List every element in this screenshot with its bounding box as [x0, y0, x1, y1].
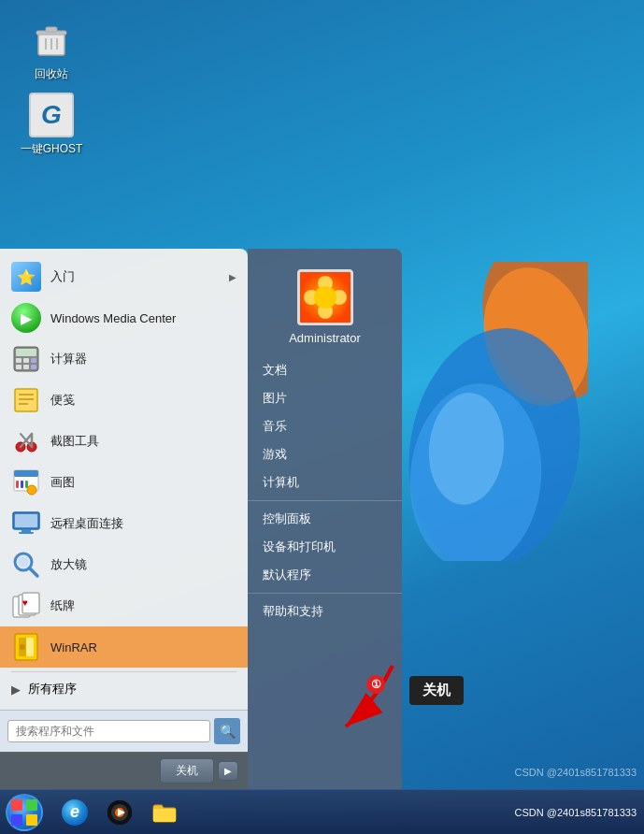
taskbar-item-ie[interactable]: e [52, 794, 97, 831]
solitaire-icon: ♥ [11, 591, 41, 621]
user-name: Administrator [289, 331, 361, 345]
svg-rect-57 [26, 799, 37, 811]
search-button[interactable]: 🔍 [214, 718, 240, 744]
start-item-winrar[interactable]: WinRAR [0, 626, 248, 668]
calculator-icon [11, 344, 41, 374]
svg-rect-14 [23, 358, 29, 363]
snipping-tool-icon [11, 426, 41, 456]
badge-number: ① [371, 678, 381, 691]
svg-point-54 [314, 286, 336, 309]
snipping-label: 截图工具 [50, 433, 236, 450]
svg-rect-35 [15, 514, 37, 527]
watermark-text: CSDN @2401s851781333 [515, 767, 637, 778]
shutdown-arrow-icon: ▶ [224, 766, 232, 776]
start-right-item-default-programs[interactable]: 默认程序 [248, 561, 402, 589]
right-divider-1 [248, 500, 402, 501]
magnifier-label: 放大镜 [50, 556, 236, 573]
winrar-icon [11, 632, 41, 662]
ghost-icon: G [29, 93, 74, 137]
wmc-label: Windows Media Center [50, 311, 236, 325]
start-menu-divider-1 [11, 671, 236, 672]
start-orb [6, 794, 43, 831]
search-input[interactable] [7, 720, 210, 742]
svg-rect-15 [31, 358, 36, 363]
right-divider-2 [248, 593, 402, 594]
ie-icon: e [62, 799, 88, 826]
start-right-item-devices[interactable]: 设备和打印机 [248, 533, 402, 561]
winrar-label: WinRAR [50, 640, 236, 654]
folder-icon [151, 799, 178, 826]
shutdown-label: 关机 [176, 763, 198, 779]
start-item-wmc[interactable]: ▶ Windows Media Center [0, 297, 248, 338]
start-search-bar: 🔍 [0, 710, 248, 752]
paint-icon [11, 467, 41, 497]
system-tray: CSDN @2401s851781333 [508, 807, 644, 818]
recycle-bin-label: 回收站 [35, 66, 68, 82]
svg-text:♥: ♥ [22, 597, 28, 608]
win7-decoration [382, 262, 588, 561]
wmc-icon: ▶ [11, 303, 41, 333]
calculator-label: 计算器 [50, 351, 236, 367]
svg-rect-16 [16, 365, 21, 369]
paint-label: 画图 [50, 474, 236, 491]
user-avatar[interactable] [297, 269, 353, 325]
start-item-notepad[interactable]: 便笺 [0, 380, 248, 421]
svg-line-40 [30, 568, 37, 576]
getting-started-label: 入门 [50, 268, 229, 285]
start-item-magnifier[interactable]: 放大镜 [0, 544, 248, 585]
svg-rect-31 [16, 481, 19, 488]
notepad-label: 便笺 [50, 392, 236, 409]
shutdown-button[interactable]: 关机 [160, 758, 214, 784]
svg-point-48 [20, 644, 25, 650]
start-item-all-programs[interactable]: ▶ 所有程序 [0, 676, 248, 702]
start-item-solitaire[interactable]: ♥ 纸牌 [0, 585, 248, 626]
start-right-item-control-panel[interactable]: 控制面板 [248, 505, 402, 533]
svg-point-39 [18, 556, 29, 568]
shutdown-popup-text: 关机 [422, 682, 451, 697]
start-right-item-pictures[interactable]: 图片 [248, 384, 402, 412]
start-item-snipping[interactable]: 截图工具 [0, 421, 248, 462]
svg-rect-12 [16, 349, 36, 356]
all-programs-label: 所有程序 [28, 681, 77, 697]
shutdown-popup-label: 关机 [409, 676, 464, 705]
start-item-paint[interactable]: 画图 [0, 462, 248, 503]
ghost-label: 一键GHOST [21, 141, 83, 157]
start-right-item-documents[interactable]: 文档 [248, 356, 402, 384]
shutdown-bar: 关机 ▶ [0, 752, 248, 789]
svg-rect-7 [46, 27, 57, 32]
svg-rect-17 [23, 365, 29, 369]
recycle-bin-icon [29, 18, 74, 63]
desktop: 回收站 G 一键GHOST ⭐ 入门 ▶ [0, 0, 644, 834]
desktop-icon-recycle-bin[interactable]: 回收站 [14, 14, 89, 86]
watermark: CSDN @2401s851781333 [515, 767, 637, 778]
taskbar-item-folder[interactable] [142, 794, 187, 831]
svg-rect-56 [11, 799, 22, 811]
svg-point-30 [27, 485, 36, 495]
all-programs-arrow: ▶ [11, 683, 21, 697]
start-right-item-computer[interactable]: 计算机 [248, 468, 402, 496]
start-item-rdp[interactable]: 远程桌面连接 [0, 503, 248, 544]
start-right-item-help[interactable]: 帮助和支持 [248, 597, 402, 626]
start-item-getting-started[interactable]: ⭐ 入门 ▶ [0, 256, 248, 297]
svg-rect-36 [21, 529, 31, 532]
taskbar-item-mediaplayer[interactable] [97, 794, 142, 831]
start-right-item-games[interactable]: 游戏 [248, 440, 402, 468]
annotation-badge: ① [366, 675, 385, 694]
start-button[interactable] [0, 790, 49, 835]
svg-rect-37 [19, 532, 34, 534]
start-menu-left-panel: ⭐ 入门 ▶ ▶ Windows Media Center [0, 249, 248, 789]
start-right-item-music[interactable]: 音乐 [248, 412, 402, 440]
getting-started-arrow: ▶ [229, 272, 236, 282]
svg-rect-13 [16, 358, 21, 363]
start-item-calculator[interactable]: 计算器 [0, 338, 248, 380]
svg-rect-59 [26, 814, 37, 826]
getting-started-icon: ⭐ [11, 262, 41, 292]
notepad-icon [11, 385, 41, 415]
user-avatar-area: Administrator [248, 260, 402, 356]
desktop-icon-ghost[interactable]: G 一键GHOST [14, 89, 89, 161]
taskbar: e [0, 789, 644, 834]
rdp-label: 远程桌面连接 [50, 515, 236, 532]
tray-csdn-text: CSDN @2401s851781333 [515, 807, 637, 818]
media-player-icon [107, 799, 133, 826]
shutdown-arrow-button[interactable]: ▶ [218, 761, 238, 781]
